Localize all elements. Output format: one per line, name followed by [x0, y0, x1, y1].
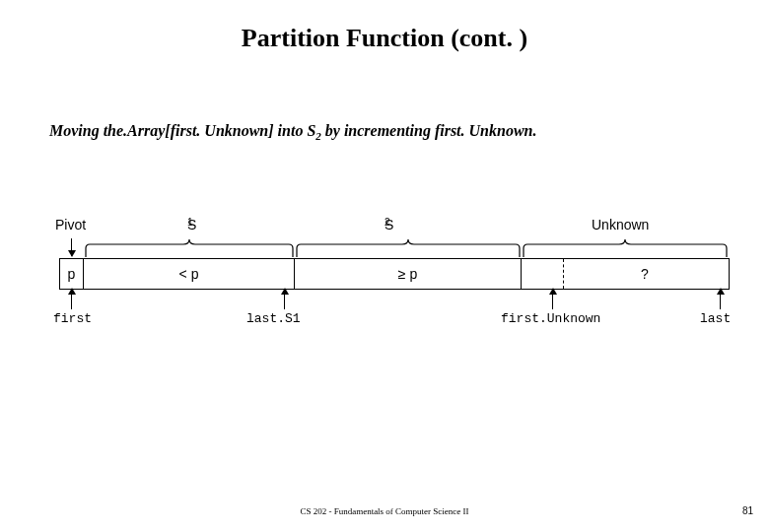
cell-s2: ≥ p: [295, 259, 522, 289]
label-pivot: Pivot: [55, 217, 86, 233]
cell-unknown: ?: [522, 259, 729, 289]
arrow-up-first: [71, 294, 72, 309]
slide-title: Partition Function (cont. ): [0, 24, 769, 53]
subtitle-text-post: by incrementing first. Unknown.: [321, 122, 537, 139]
dashed-separator: [563, 259, 564, 289]
pointer-last: last: [700, 311, 731, 326]
pointer-firstunknown: first.Unknown: [501, 311, 600, 326]
label-s1-sub: 1: [187, 217, 193, 228]
arrow-up-lasts1: [284, 294, 285, 309]
slide-subtitle: Moving the.Array[first. Unknown] into S2…: [49, 122, 769, 142]
label-unknown: Unknown: [592, 217, 649, 233]
arrow-up-last: [720, 294, 721, 309]
cell-unknown-text: ?: [641, 266, 649, 282]
bottom-labels-row: first last.S1 first.Unknown last: [59, 311, 730, 331]
pointer-first: first: [53, 311, 92, 326]
brace-s1: [85, 238, 294, 258]
cell-pivot: p: [60, 259, 84, 289]
brace-s2: [296, 238, 521, 258]
footer-text: CS 202 - Fundamentals of Computer Scienc…: [0, 506, 769, 516]
pointer-lasts1: last.S1: [246, 311, 301, 326]
brace-row: [59, 238, 730, 258]
arrow-up-firstunknown: [552, 294, 553, 309]
partition-diagram: Pivot S1 S2 Unknown p < p ≥ p ?: [59, 217, 730, 331]
arrow-down-pivot: [71, 238, 72, 256]
brace-unknown: [523, 238, 728, 258]
page-number: 81: [742, 505, 753, 516]
array-bar: p < p ≥ p ?: [59, 258, 730, 290]
arrow-up-row: [59, 290, 730, 311]
cell-s1: < p: [84, 259, 295, 289]
label-s2-sub: 2: [384, 217, 390, 228]
subtitle-text-pre: Moving the.Array[first. Unknown] into S: [49, 122, 315, 139]
top-labels-row: Pivot S1 S2 Unknown: [59, 217, 730, 238]
